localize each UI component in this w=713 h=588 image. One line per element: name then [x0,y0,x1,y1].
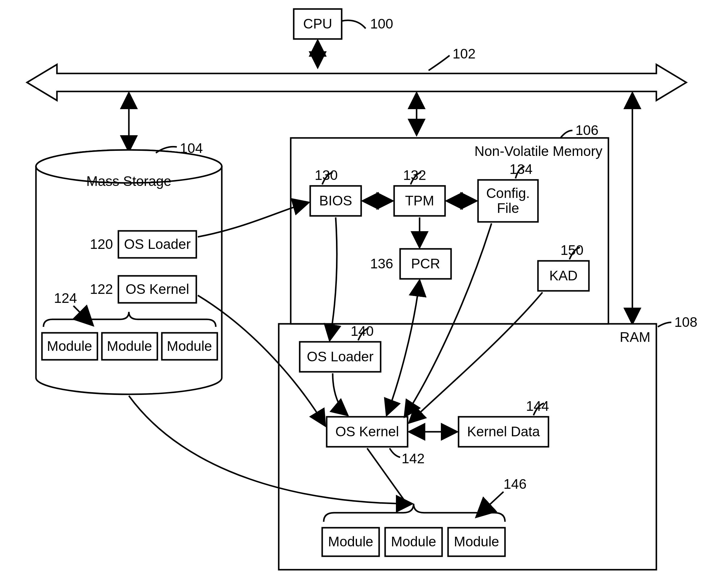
ram-ref: 108 [674,314,697,330]
cpu-label: CPU [303,16,332,31]
bus-ref: 102 [453,46,476,61]
os-loader-mass-ref: 120 [90,236,113,252]
tpm-ref: 132 [403,167,426,183]
pcr-ref: 136 [370,256,393,271]
module-ram-2: Module [391,534,436,549]
nvm-ref: 106 [576,122,599,138]
tpm-label: TPM [405,193,434,208]
svg-rect-14 [291,138,608,324]
kernel-data-ref: 144 [526,398,549,414]
os-kernel-ram-label: OS Kernel [336,424,399,439]
module-mass-2: Module [107,338,152,354]
config-ref: 134 [510,161,533,177]
os-kernel-mass-label: OS Kernel [126,281,189,297]
pcr-label: PCR [411,256,440,271]
os-loader-mass-label: OS Loader [124,236,191,252]
config-label1: Config. [486,185,530,201]
os-kernel-mass-ref: 122 [90,281,113,297]
nvm-label: Non-Volatile Memory [474,143,602,159]
system-bus: 102 [27,46,686,101]
modules-mass-ref: 124 [54,290,77,306]
cpu-ref: 100 [370,16,393,31]
modules-ram-ref: 146 [503,476,526,492]
bios-ref: 130 [315,167,338,183]
non-volatile-memory: Non-Volatile Memory 106 [291,122,608,324]
mass-storage-ref: 104 [180,140,203,156]
module-ram-3: Module [454,534,499,549]
cpu-box: CPU 100 [294,9,393,39]
bios-label: BIOS [319,193,352,208]
kernel-data-label: Kernel Data [467,424,540,439]
os-loader-ram-label: OS Loader [307,349,373,364]
config-label2: File [497,200,519,216]
mass-storage-label: Mass Storage [86,173,171,189]
module-ram-1: Module [328,534,373,549]
os-kernel-ram-ref: 142 [402,451,425,466]
architecture-diagram: CPU 100 102 Mass Storage 104 OS Loader 1… [0,0,713,588]
ram-label: RAM [620,329,650,345]
module-mass-1: Module [47,338,92,354]
module-mass-3: Module [167,338,212,354]
kad-label: KAD [549,268,578,284]
os-loader-ram-ref: 140 [351,323,374,339]
kad-ref: 150 [560,242,584,258]
